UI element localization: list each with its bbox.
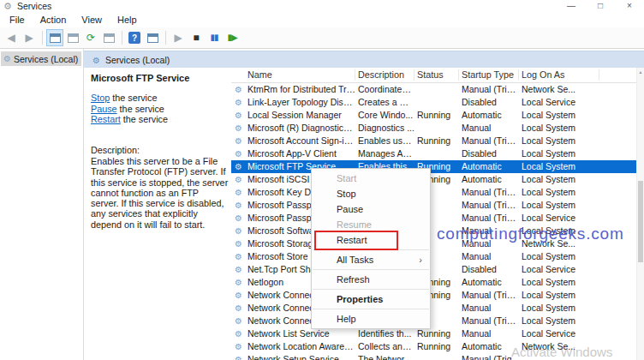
services-header-icon: ⚙ bbox=[92, 56, 100, 65]
service-action-links: Stop the servicePause the serviceRestart… bbox=[91, 93, 168, 125]
table-row[interactable]: ⚙Network Connectivity Assi...Manual (Tri… bbox=[231, 315, 637, 327]
cell-startup_type: Automatic bbox=[462, 174, 520, 185]
cell-log_on_as: Local System bbox=[522, 200, 635, 211]
service-gear-icon: ⚙ bbox=[235, 161, 242, 172]
show-action-pane-icon bbox=[147, 33, 158, 43]
show-console-tree-button[interactable] bbox=[46, 29, 63, 46]
start-service-icon: ▶ bbox=[174, 33, 182, 43]
scroll-up-icon[interactable]: ▲ bbox=[637, 69, 644, 75]
menu-item-label: Restart bbox=[337, 235, 367, 245]
column-header-name[interactable]: Name bbox=[247, 69, 272, 80]
stop-service-link[interactable]: Stop bbox=[91, 93, 110, 103]
cell-log_on_as: Local Service bbox=[522, 264, 635, 275]
show-action-pane-button[interactable] bbox=[144, 29, 161, 46]
vertical-scrollbar[interactable]: ▲ bbox=[636, 68, 644, 360]
restart-service-link[interactable]: Restart bbox=[91, 114, 121, 124]
toolbar-separator bbox=[122, 31, 122, 45]
toolbar: ◀▶⟳?▶■▮▮▮▶ bbox=[0, 27, 644, 49]
context-menu-item-pause[interactable]: Pause bbox=[312, 201, 430, 217]
help-button[interactable]: ? bbox=[126, 29, 143, 46]
table-row[interactable]: ⚙Link-Layer Topology Discove...Creates a… bbox=[231, 96, 637, 109]
table-row[interactable]: ⚙Local Session ManagerCore Windo...Runni… bbox=[231, 109, 637, 122]
table-row[interactable]: ⚙Microsoft FTP ServiceEnables this...Run… bbox=[231, 160, 637, 173]
column-header-log_on_as[interactable]: Log On As bbox=[522, 69, 564, 80]
title-bar: ⚙ Services — □ × bbox=[0, 0, 644, 13]
cell-log_on_as: Local System bbox=[522, 110, 635, 121]
link-suffix: the service bbox=[117, 104, 164, 114]
table-row[interactable]: ⚙Microsoft iSCSI Initiator Se...RunningA… bbox=[231, 173, 637, 186]
cell-description: Collects and ... bbox=[358, 341, 414, 352]
toolbar-separator bbox=[42, 31, 43, 45]
scrollbar-thumb[interactable] bbox=[638, 181, 643, 262]
export-list-button[interactable] bbox=[64, 29, 81, 46]
cell-status: Running bbox=[417, 341, 460, 352]
refresh-button[interactable]: ⟳ bbox=[82, 29, 99, 46]
maximize-button[interactable]: □ bbox=[586, 0, 615, 13]
pause-service-button[interactable]: ▮▮ bbox=[206, 29, 223, 46]
table-row[interactable]: ⚙Network List ServiceIdentifies th...Run… bbox=[231, 327, 637, 340]
cell-startup_type: Automatic bbox=[462, 277, 520, 288]
pause-service-link[interactable]: Pause bbox=[91, 104, 117, 114]
menu-item-label: All Tasks bbox=[337, 255, 373, 265]
service-gear-icon: ⚙ bbox=[235, 251, 242, 262]
column-header-status[interactable]: Status bbox=[417, 69, 444, 80]
column-separator bbox=[458, 69, 459, 81]
table-row[interactable]: ⚙Microsoft Passport Contai...Manual (Tri… bbox=[231, 212, 637, 225]
service-gear-icon: ⚙ bbox=[235, 148, 242, 159]
forward-button: ▶ bbox=[21, 29, 38, 46]
table-row[interactable]: ⚙Microsoft App-V ClientManages Ap...Disa… bbox=[231, 147, 637, 160]
service-gear-icon: ⚙ bbox=[235, 135, 242, 147]
cell-log_on_as: Local System bbox=[522, 315, 635, 327]
table-row[interactable]: ⚙KtmRm for Distributed Trans...Coordinat… bbox=[231, 83, 637, 96]
table-row[interactable]: ⚙Network Connection Brok...RunningManual… bbox=[231, 289, 637, 302]
console-tree: ⚙ Services (Local) bbox=[0, 49, 84, 360]
table-row[interactable]: ⚙Microsoft PassportManual (Trigg...Local… bbox=[231, 199, 637, 212]
selected-service-title: Microsoft FTP Service bbox=[91, 73, 189, 83]
list-rows: ⚙KtmRm for Distributed Trans...Coordinat… bbox=[231, 83, 637, 360]
cell-description: The Network... bbox=[358, 354, 414, 360]
menu-action[interactable]: Action bbox=[33, 13, 75, 27]
menu-help[interactable]: Help bbox=[110, 13, 145, 27]
close-button[interactable]: × bbox=[615, 0, 644, 13]
context-menu-item-all-tasks[interactable]: All Tasks› bbox=[312, 252, 430, 267]
service-gear-icon: ⚙ bbox=[235, 303, 242, 314]
cell-description: Enables user... bbox=[358, 135, 414, 147]
context-menu-item-refresh[interactable]: Refresh bbox=[312, 272, 430, 287]
restart-service-button[interactable]: ▮▶ bbox=[224, 29, 241, 46]
menu-view[interactable]: View bbox=[74, 13, 110, 27]
tree-item-services-local[interactable]: ⚙ Services (Local) bbox=[1, 51, 81, 66]
context-menu-item-start: Start bbox=[312, 171, 430, 186]
column-header-description[interactable]: Description bbox=[358, 69, 404, 80]
service-gear-icon: ⚙ bbox=[235, 264, 242, 275]
context-menu-item-help[interactable]: Help bbox=[312, 311, 430, 327]
submenu-arrow-icon: › bbox=[419, 252, 422, 267]
cell-startup_type: Manual (Trigg... bbox=[462, 187, 520, 198]
context-menu-item-stop[interactable]: Stop bbox=[312, 186, 430, 201]
cell-description: Diagnostics ... bbox=[358, 123, 414, 134]
table-row[interactable]: ⚙Microsoft Account Sign-in A...Enables u… bbox=[231, 135, 637, 147]
menu-file[interactable]: File bbox=[2, 13, 33, 27]
minimize-button[interactable]: — bbox=[557, 0, 586, 13]
cell-startup_type: Manual bbox=[462, 328, 520, 339]
cell-description: Creates a Ne... bbox=[358, 97, 414, 108]
cell-description: Core Windo... bbox=[358, 110, 414, 121]
cell-startup_type: Manual bbox=[462, 303, 520, 314]
menu-item-label: Start bbox=[337, 173, 356, 183]
table-row[interactable]: ⚙Microsoft Store Install Ser...ManualLoc… bbox=[231, 250, 637, 263]
export-button[interactable] bbox=[100, 29, 117, 46]
context-menu-item-restart[interactable]: Restart bbox=[312, 232, 430, 248]
column-header-startup_type[interactable]: Startup Type bbox=[462, 69, 514, 80]
table-row[interactable]: ⚙Net.Tcp Port Sharing Servi...DisabledLo… bbox=[231, 263, 637, 276]
table-row[interactable]: ⚙Network ConnectionsManualLocal System bbox=[231, 302, 637, 315]
restart-service-icon: ▮▶ bbox=[227, 33, 236, 42]
stop-service-button[interactable]: ■ bbox=[188, 29, 205, 46]
table-row[interactable]: ⚙Microsoft (R) Diagnostics Hu...Diagnost… bbox=[231, 122, 637, 135]
export-icon bbox=[104, 33, 115, 43]
context-menu-item-properties[interactable]: Properties bbox=[312, 291, 430, 307]
column-separator bbox=[518, 69, 519, 81]
table-row[interactable]: ⚙NetlogonRunningAutomaticLocal System bbox=[231, 276, 637, 289]
site-watermark: computingforgeeks.com bbox=[437, 225, 624, 243]
service-gear-icon: ⚙ bbox=[235, 225, 242, 237]
table-row[interactable]: ⚙Microsoft Key Distribution ...Manual (T… bbox=[231, 186, 637, 199]
cell-startup_type: Manual (Trigg... bbox=[462, 315, 520, 327]
